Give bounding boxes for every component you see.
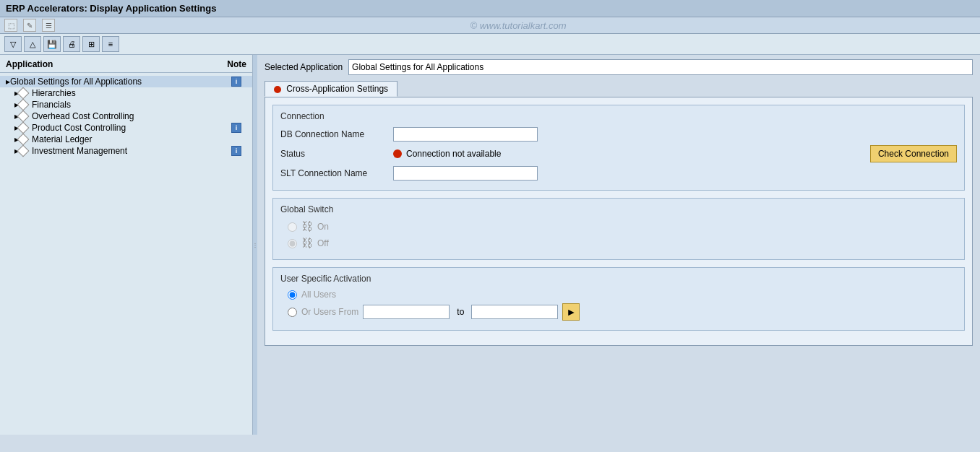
check-connection-button[interactable]: Check Connection	[870, 145, 957, 162]
note-icon[interactable]: i	[231, 146, 241, 156]
off-label: Off	[317, 238, 329, 248]
toolbar: ▽ △ 💾 🖨 ⊞ ≡	[0, 34, 980, 55]
diamond-icon	[17, 87, 30, 100]
page-title: ERP Accelerators: Display Application Se…	[6, 3, 216, 14]
selected-app-row: Selected Application	[265, 59, 973, 75]
toolbar-btn-save[interactable]: 💾	[43, 36, 61, 52]
list-item[interactable]: ▸ Investment Management i	[0, 145, 252, 157]
diamond-icon	[17, 99, 30, 111]
radio-on[interactable]	[288, 222, 297, 232]
list-item[interactable]: ▸ Product Cost Controlling i	[0, 122, 252, 134]
panel-header: Application Note	[0, 58, 252, 73]
diamond-icon	[17, 122, 30, 134]
tab-label: Cross-Application Settings	[286, 84, 388, 94]
watermark: © www.tutorialkart.com	[61, 20, 976, 31]
slt-connection-label: SLT Connection Name	[280, 168, 389, 178]
menu-icon-3[interactable]: ☰	[42, 19, 55, 32]
left-panel: Application Note ▸ Global Settings for A…	[0, 55, 253, 435]
diamond-icon	[17, 134, 30, 146]
tree-item-label: Financials	[32, 100, 71, 110]
user-activation-section: User Specific Activation All Users Or Us…	[272, 267, 965, 331]
tree-item-label: Hierarchies	[32, 88, 76, 98]
list-item[interactable]: ▸ Hierarchies	[0, 87, 252, 99]
radio-or-users[interactable]	[288, 308, 297, 317]
tabs-bar: Cross-Application Settings	[265, 81, 973, 97]
menu-bar: ⬚ ✎ ☰ © www.tutorialkart.com	[0, 17, 980, 34]
right-panel: Selected Application Cross-Application S…	[257, 55, 980, 435]
on-label: On	[317, 222, 329, 232]
note-icon[interactable]: i	[231, 77, 241, 87]
chain-off-icon: ⛓	[301, 237, 313, 250]
status-row: Status Connection not available Check Co…	[280, 145, 957, 162]
users-from-input[interactable]	[363, 305, 450, 319]
or-users-label: Or Users From	[301, 307, 358, 317]
list-item[interactable]: ▸ Material Ledger	[0, 134, 252, 145]
radio-all-users-row: All Users	[280, 290, 957, 300]
list-item[interactable]: ▸ Global Settings for All Applications i	[0, 76, 252, 87]
connection-section: Connection DB Connection Name Status Con…	[272, 105, 965, 191]
menu-icon-1[interactable]: ⬚	[4, 19, 17, 32]
status-text: Connection not available	[406, 149, 866, 159]
radio-or-users-row: Or Users From to ►	[280, 303, 957, 321]
main-layout: Application Note ▸ Global Settings for A…	[0, 55, 980, 435]
tree-item-label: Material Ledger	[32, 134, 92, 144]
tree-item-label: Investment Management	[32, 146, 127, 156]
note-column-header: Note	[227, 59, 246, 69]
list-item[interactable]: ▸ Financials	[0, 99, 252, 110]
tree-item-label: Global Settings for All Applications	[10, 77, 142, 87]
users-arrow-button[interactable]: ►	[562, 303, 580, 321]
diamond-icon	[17, 145, 30, 157]
all-users-label: All Users	[301, 290, 336, 300]
toolbar-btn-list[interactable]: ≡	[102, 36, 119, 52]
toolbar-btn-filter[interactable]: ▽	[4, 36, 22, 52]
db-connection-input[interactable]	[393, 127, 538, 142]
to-label: to	[457, 307, 464, 317]
title-bar: ERP Accelerators: Display Application Se…	[0, 0, 980, 17]
tree-item-label: Product Cost Controlling	[32, 123, 126, 133]
tab-dot-icon	[274, 86, 281, 93]
users-to-input[interactable]	[471, 305, 558, 319]
connection-section-title: Connection	[280, 111, 957, 121]
user-activation-title: User Specific Activation	[280, 274, 957, 284]
content-area: Connection DB Connection Name Status Con…	[265, 97, 973, 346]
toolbar-btn-back[interactable]: △	[24, 36, 41, 52]
chain-on-icon: ⛓	[301, 220, 313, 233]
radio-all-users[interactable]	[288, 290, 297, 300]
radio-on-row: ⛓ On	[280, 220, 957, 233]
toolbar-btn-print[interactable]: 🖨	[63, 36, 80, 52]
status-dot-icon	[393, 149, 402, 158]
slt-connection-input[interactable]	[393, 166, 538, 181]
db-connection-label: DB Connection Name	[280, 129, 389, 139]
radio-off-row: ⛓ Off	[280, 237, 957, 250]
list-item[interactable]: ▸ Overhead Cost Controlling	[0, 110, 252, 122]
slt-connection-row: SLT Connection Name	[280, 166, 957, 181]
tree-item-label: Overhead Cost Controlling	[32, 111, 134, 121]
diamond-icon	[17, 110, 30, 123]
radio-off[interactable]	[288, 239, 297, 248]
global-switch-section: Global Switch ⛓ On ⛓ Off	[272, 198, 965, 260]
toolbar-btn-grid[interactable]: ⊞	[82, 36, 100, 52]
db-connection-row: DB Connection Name	[280, 127, 957, 142]
selected-app-label: Selected Application	[265, 62, 343, 72]
app-column-header: Application	[6, 59, 53, 69]
selected-app-input[interactable]	[348, 59, 973, 75]
status-label: Status	[280, 149, 389, 159]
tab-cross-application[interactable]: Cross-Application Settings	[265, 81, 397, 97]
menu-icon-2[interactable]: ✎	[23, 19, 36, 32]
note-icon[interactable]: i	[231, 123, 241, 133]
global-switch-title: Global Switch	[280, 204, 957, 214]
